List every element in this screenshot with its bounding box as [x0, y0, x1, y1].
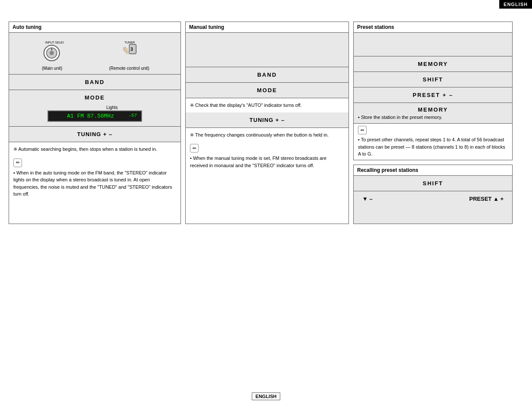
input-selector-icon: INPUT SELECTOR: [40, 39, 64, 63]
manual-freq-note: ※ The frequency changes continuously whe…: [186, 128, 348, 142]
manual-band-row: BAND: [186, 67, 348, 83]
recalling-step2-left: ▼ –: [362, 196, 373, 202]
recalling-title: Recalling preset stations: [354, 165, 512, 176]
preset-pencil-area: ✏: [358, 126, 508, 134]
display-screen: -57 A1 FM 87.50MHz: [47, 110, 142, 122]
preset-top-area: [354, 33, 512, 56]
preset-stations-title: Preset stations: [354, 22, 512, 33]
preset-step4: MEMORY • Store the station in the preset…: [354, 103, 512, 124]
manual-check-note: ※ Check that the display's "AUTO" indica…: [186, 98, 348, 112]
main-unit-label: (Main unit): [40, 66, 64, 71]
auto-mode-label: MODE: [13, 94, 176, 101]
display-text: A1 FM 87.50MHz: [67, 113, 114, 119]
manual-pencil-icon: ✏: [190, 144, 199, 153]
manual-bullet-note: • When the manual tuning mode is set, FM…: [186, 155, 348, 172]
footer-english: ENGLISH: [252, 392, 280, 400]
recalling-step2-right: PRESET ▲ +: [469, 196, 504, 202]
language-tab: ENGLISH: [499, 0, 532, 9]
auto-asterisk-note: ※ Automatic searching begins, then stops…: [9, 142, 180, 156]
auto-band-row: BAND: [9, 75, 180, 90]
recalling-step1: SHIFT: [354, 176, 512, 191]
preset-step3: PRESET + –: [354, 87, 512, 103]
preset-pencil-icon: ✏: [358, 126, 367, 134]
preset-step4-title: MEMORY: [358, 106, 508, 113]
remote-control-icon: TUNER 3: [117, 39, 141, 63]
auto-bullet-note: • When in the auto tuning mode on the FM…: [9, 169, 180, 201]
pencil-icon: ✏: [13, 159, 22, 167]
main-unit: INPUT SELECTOR (Main unit): [40, 39, 64, 71]
remote-unit-label: (Remote control unit): [109, 66, 149, 71]
recalling-section: Recalling preset stations SHIFT ▼ – PRES…: [353, 165, 513, 224]
svg-text:TUNER: TUNER: [124, 41, 135, 44]
preset-note-area: ✏ • To preset other channels, repeat ste…: [354, 124, 512, 160]
auto-pencil-area: ✏: [9, 156, 180, 169]
preset-step2: SHIFT: [354, 72, 512, 87]
recalling-bottom-area: [354, 206, 512, 224]
remote-unit: TUNER 3 (Remote control unit): [109, 39, 149, 71]
svg-text:3: 3: [131, 47, 133, 52]
right-column: Preset stations MEMORY SHIFT PRESET + – …: [353, 22, 513, 224]
display-number: -57: [128, 113, 137, 118]
preset-step1: MEMORY: [354, 56, 512, 72]
manual-tuning-title: Manual tuning: [186, 22, 348, 33]
auto-mode-row: MODE Lights ↓ -57 A1 FM 87.50MHz: [9, 90, 180, 127]
svg-text:INPUT SELECTOR: INPUT SELECTOR: [45, 41, 64, 44]
preset-bullet-note: • To preset other channels, repeat steps…: [358, 136, 508, 158]
preset-step4-desc: • Store the station in the preset memory…: [358, 115, 508, 120]
preset-stations-section: Preset stations MEMORY SHIFT PRESET + – …: [353, 22, 513, 160]
lights-label: Lights: [106, 105, 118, 110]
auto-tuning-row: TUNING + –: [9, 127, 180, 142]
main-content: Auto tuning INPUT SELECTOR (Main unit) T…: [9, 22, 523, 224]
manual-tuning-section: Manual tuning BAND MODE ※ Check that the…: [185, 22, 349, 224]
svg-point-3: [50, 51, 54, 55]
auto-tuning-section: Auto tuning INPUT SELECTOR (Main unit) T…: [9, 22, 181, 224]
manual-mode-row: MODE: [186, 83, 348, 98]
manual-pencil-area: ✏: [186, 142, 348, 155]
manual-tuning-row: TUNING + –: [186, 112, 348, 128]
recalling-step2: ▼ – PRESET ▲ +: [354, 191, 512, 206]
auto-diagram: INPUT SELECTOR (Main unit) TUNER 3: [9, 33, 180, 75]
auto-tuning-title: Auto tuning: [9, 22, 180, 33]
manual-diagram: [186, 33, 348, 67]
